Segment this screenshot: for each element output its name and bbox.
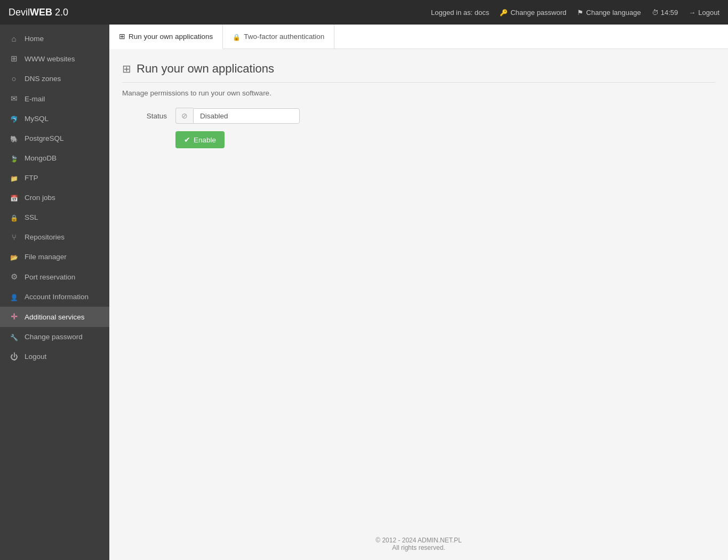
change-password-label: Change password bbox=[510, 9, 566, 17]
footer-line1: © 2012 - 2024 ADMIN.NET.PL bbox=[118, 537, 719, 544]
tabs-bar: Run your own applications Two-factor aut… bbox=[109, 25, 728, 49]
footer-line2: All rights reserved. bbox=[118, 544, 719, 551]
ftp-icon bbox=[9, 173, 19, 182]
top-change-password-link[interactable]: Change password bbox=[500, 9, 566, 17]
sidebar-item-mysql[interactable]: MySQL bbox=[0, 109, 109, 129]
sidebar-item-portreservation[interactable]: Port reservation bbox=[0, 267, 109, 287]
page-title: Run your own applications bbox=[137, 62, 274, 76]
sidebar-label-portreservation: Port reservation bbox=[25, 273, 75, 281]
sidebar-label-additional: Additional services bbox=[25, 313, 85, 321]
www-icon bbox=[9, 54, 19, 63]
sidebar-item-filemanager[interactable]: File manager bbox=[0, 247, 109, 267]
key-icon bbox=[500, 9, 508, 17]
status-icon-box bbox=[175, 108, 193, 124]
cron-icon bbox=[9, 193, 19, 202]
sidebar-label-mysql: MySQL bbox=[25, 115, 49, 123]
flag-icon bbox=[577, 9, 583, 17]
logout-label: Logout bbox=[698, 9, 719, 17]
brand: DevilWEB 2.0 bbox=[9, 7, 68, 18]
sidebar-item-ssl[interactable]: SSL bbox=[0, 207, 109, 227]
time-value: 14:59 bbox=[661, 9, 678, 17]
sidebar-item-repositories[interactable]: Repositories bbox=[0, 227, 109, 247]
lock-tab-icon bbox=[233, 33, 241, 41]
sidebar-label-mongodb: MongoDB bbox=[25, 154, 57, 162]
account-icon bbox=[9, 292, 19, 301]
tab-run-apps-label: Run your own applications bbox=[129, 33, 213, 41]
tab-run-apps[interactable]: Run your own applications bbox=[109, 25, 223, 49]
sidebar-item-accountinfo[interactable]: Account Information bbox=[0, 287, 109, 307]
sidebar-label-email: E-mail bbox=[25, 95, 45, 103]
status-value: Disabled bbox=[193, 108, 300, 124]
signout-icon bbox=[689, 9, 695, 17]
top-nav-right: Logged in as: docs Change password Chang… bbox=[431, 9, 719, 17]
top-change-language-link[interactable]: Change language bbox=[577, 9, 641, 17]
sidebar-item-logout[interactable]: Logout bbox=[0, 347, 109, 366]
footer: © 2012 - 2024 ADMIN.NET.PL All rights re… bbox=[109, 528, 728, 560]
layout: Home WWW websites DNS zones E-mail MySQL… bbox=[0, 25, 728, 560]
sidebar-label-www: WWW websites bbox=[25, 55, 75, 63]
additional-icon bbox=[9, 312, 19, 322]
sidebar-label-ftp: FTP bbox=[25, 174, 38, 182]
sidebar-item-email[interactable]: E-mail bbox=[0, 89, 109, 109]
check-icon bbox=[184, 135, 190, 144]
top-logout-link[interactable]: Logout bbox=[689, 9, 719, 17]
sidebar-item-changepassword[interactable]: Change password bbox=[0, 327, 109, 347]
brand-devil: Devil bbox=[9, 7, 30, 18]
main-content: Run your own applications Two-factor aut… bbox=[109, 25, 728, 560]
mysql-icon bbox=[9, 114, 19, 123]
changepass-icon bbox=[9, 332, 19, 341]
sidebar: Home WWW websites DNS zones E-mail MySQL… bbox=[0, 25, 109, 560]
clock-icon bbox=[652, 9, 659, 17]
status-row: Status Disabled bbox=[122, 108, 715, 124]
sidebar-label-repositories: Repositories bbox=[25, 233, 65, 241]
files-icon bbox=[9, 252, 19, 261]
sidebar-item-www[interactable]: WWW websites bbox=[0, 49, 109, 69]
sidebar-label-logout: Logout bbox=[25, 353, 46, 361]
mongo-icon bbox=[9, 154, 19, 163]
tab-two-factor[interactable]: Two-factor authentication bbox=[223, 25, 334, 49]
email-icon bbox=[9, 94, 19, 103]
time-display: 14:59 bbox=[652, 9, 678, 17]
sidebar-label-dns: DNS zones bbox=[25, 75, 61, 83]
sidebar-label-filemanager: File manager bbox=[25, 253, 67, 261]
home-icon bbox=[9, 34, 19, 43]
sidebar-item-mongodb[interactable]: MongoDB bbox=[0, 148, 109, 168]
port-icon bbox=[9, 272, 19, 282]
page-apps-icon bbox=[122, 62, 131, 75]
sidebar-label-cron: Cron jobs bbox=[25, 194, 55, 202]
sidebar-item-cron[interactable]: Cron jobs bbox=[0, 188, 109, 207]
sidebar-label-home: Home bbox=[25, 35, 44, 43]
sidebar-item-home[interactable]: Home bbox=[0, 29, 109, 49]
sidebar-label-accountinfo: Account Information bbox=[25, 293, 89, 301]
page-header: Run your own applications bbox=[122, 62, 715, 83]
status-label: Status bbox=[122, 112, 175, 120]
sidebar-label-changepassword: Change password bbox=[25, 333, 83, 341]
logout-icon bbox=[9, 352, 19, 361]
tab-two-factor-label: Two-factor authentication bbox=[244, 33, 324, 41]
brand-web: WEB bbox=[30, 7, 52, 18]
ssl-icon bbox=[9, 213, 19, 222]
sidebar-label-ssl: SSL bbox=[25, 213, 38, 221]
apps-tab-icon bbox=[119, 32, 125, 41]
enable-button[interactable]: Enable bbox=[175, 131, 225, 148]
change-language-label: Change language bbox=[586, 9, 641, 17]
brand-version: 2.0 bbox=[55, 7, 68, 18]
ban-icon bbox=[181, 111, 188, 120]
sidebar-item-additional[interactable]: Additional services bbox=[0, 307, 109, 327]
logged-in-label: Logged in as: docs bbox=[431, 9, 489, 17]
sidebar-item-ftp[interactable]: FTP bbox=[0, 168, 109, 188]
page-description: Manage permissions to run your own softw… bbox=[122, 89, 715, 97]
sidebar-item-dns[interactable]: DNS zones bbox=[0, 69, 109, 89]
sidebar-item-postgresql[interactable]: PostgreSQL bbox=[0, 129, 109, 148]
page-area: Run your own applications Manage permiss… bbox=[109, 49, 728, 528]
enable-row: Enable bbox=[122, 131, 715, 148]
status-field: Disabled bbox=[175, 108, 300, 124]
repo-icon bbox=[9, 233, 19, 242]
dns-icon bbox=[9, 74, 19, 83]
enable-button-label: Enable bbox=[194, 136, 216, 144]
top-navbar: DevilWEB 2.0 Logged in as: docs Change p… bbox=[0, 0, 728, 25]
pg-icon bbox=[9, 134, 19, 143]
sidebar-label-postgresql: PostgreSQL bbox=[25, 134, 64, 142]
